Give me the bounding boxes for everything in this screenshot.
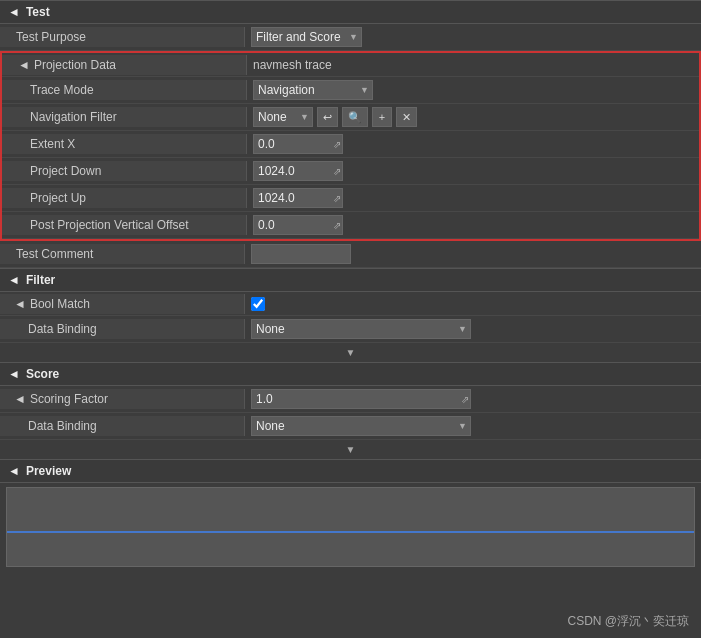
post-projection-label: Post Projection Vertical Offset [2, 215, 247, 235]
extent-x-row: Extent X ⇗ [2, 131, 699, 158]
project-down-label: Project Down [2, 161, 247, 181]
scoring-factor-text: Scoring Factor [30, 392, 108, 406]
project-down-input[interactable] [253, 161, 343, 181]
extent-x-content: ⇗ [247, 131, 699, 157]
project-up-label: Project Up [2, 188, 247, 208]
filter-expand-row[interactable]: ▼ [0, 343, 701, 362]
scoring-factor-collapse-icon[interactable]: ◄ [14, 392, 26, 406]
test-purpose-dropdown-wrap: Filter and Score Filter Only Score Only [251, 27, 362, 47]
score-data-binding-wrap: None [251, 416, 471, 436]
post-projection-expand-icon[interactable]: ⇗ [333, 220, 341, 231]
score-data-binding-label: Data Binding [0, 416, 245, 436]
extent-x-expand-icon[interactable]: ⇗ [333, 139, 341, 150]
nav-filter-search-btn[interactable]: 🔍 [342, 107, 368, 127]
panel: ◄ Test Test Purpose Filter and Score Fil… [0, 0, 701, 567]
projection-data-text: Projection Data [34, 58, 116, 72]
post-projection-input[interactable] [253, 215, 343, 235]
bool-match-text: Bool Match [30, 297, 90, 311]
scoring-factor-row: ◄ Scoring Factor ⇗ [0, 386, 701, 413]
trace-mode-select[interactable]: Navigation Geometry [253, 80, 373, 100]
preview-chart [6, 487, 695, 567]
scoring-factor-expand-icon[interactable]: ⇗ [461, 394, 469, 405]
projection-data-label[interactable]: ◄ Projection Data [2, 55, 247, 75]
bool-match-checkbox[interactable] [251, 297, 265, 311]
test-comment-row: Test Comment [0, 241, 701, 268]
project-down-input-wrap: ⇗ [253, 161, 343, 181]
score-section-label: Score [26, 367, 59, 381]
nav-filter-select[interactable]: None [253, 107, 313, 127]
bool-match-content [245, 294, 701, 314]
navigation-filter-label: Navigation Filter [2, 107, 247, 127]
projection-data-section: ◄ Projection Data navmesh trace Trace Mo… [0, 51, 701, 241]
test-comment-label: Test Comment [0, 244, 245, 264]
trace-mode-row: Trace Mode Navigation Geometry [2, 77, 699, 104]
score-expand-row[interactable]: ▼ [0, 440, 701, 459]
preview-section-label: Preview [26, 464, 71, 478]
projection-collapse-icon[interactable]: ◄ [18, 58, 30, 72]
bool-match-collapse-icon[interactable]: ◄ [14, 297, 26, 311]
filter-data-binding-label: Data Binding [0, 319, 245, 339]
trace-mode-dropdown-wrap: Navigation Geometry [253, 80, 373, 100]
score-data-binding-select[interactable]: None [251, 416, 471, 436]
test-section-header[interactable]: ◄ Test [0, 0, 701, 24]
preview-section-header[interactable]: ◄ Preview [0, 459, 701, 483]
navigation-filter-content: None ↩ 🔍 + ✕ [247, 104, 699, 130]
watermark: CSDN @浮沉丶奕迁琼 [567, 613, 689, 630]
score-expand-arrow: ▼ [346, 444, 356, 455]
preview-line [7, 531, 694, 533]
test-collapse-icon[interactable]: ◄ [8, 5, 20, 19]
test-purpose-label: Test Purpose [0, 27, 245, 47]
nav-filter-clear-btn[interactable]: ✕ [396, 107, 417, 127]
projection-data-value: navmesh trace [253, 58, 332, 72]
score-data-binding-content: None [245, 413, 701, 439]
score-data-binding-row: Data Binding None [0, 413, 701, 440]
project-up-input-wrap: ⇗ [253, 188, 343, 208]
extent-x-input-wrap: ⇗ [253, 134, 343, 154]
test-section-label: Test [26, 5, 50, 19]
project-down-content: ⇗ [247, 158, 699, 184]
project-up-row: Project Up ⇗ [2, 185, 699, 212]
test-purpose-content: Filter and Score Filter Only Score Only [245, 24, 701, 50]
projection-data-static: navmesh trace [247, 55, 699, 75]
post-projection-input-wrap: ⇗ [253, 215, 343, 235]
project-down-expand-icon[interactable]: ⇗ [333, 166, 341, 177]
filter-data-binding-content: None [245, 316, 701, 342]
test-purpose-row: Test Purpose Filter and Score Filter Onl… [0, 24, 701, 51]
bool-match-label: ◄ Bool Match [0, 294, 245, 314]
score-section-header[interactable]: ◄ Score [0, 362, 701, 386]
project-up-expand-icon[interactable]: ⇗ [333, 193, 341, 204]
test-comment-input[interactable] [251, 244, 351, 264]
scoring-factor-input[interactable] [251, 389, 471, 409]
project-down-row: Project Down ⇗ [2, 158, 699, 185]
extent-x-label: Extent X [2, 134, 247, 154]
preview-collapse-icon[interactable]: ◄ [8, 464, 20, 478]
score-collapse-icon[interactable]: ◄ [8, 367, 20, 381]
nav-filter-back-btn[interactable]: ↩ [317, 107, 338, 127]
trace-mode-label: Trace Mode [2, 80, 247, 100]
filter-collapse-icon[interactable]: ◄ [8, 273, 20, 287]
filter-expand-arrow: ▼ [346, 347, 356, 358]
scoring-factor-input-wrap: ⇗ [251, 389, 471, 409]
filter-data-binding-wrap: None [251, 319, 471, 339]
projection-data-header-row: ◄ Projection Data navmesh trace [2, 53, 699, 77]
scoring-factor-content: ⇗ [245, 386, 701, 412]
bool-match-row: ◄ Bool Match [0, 292, 701, 316]
project-up-content: ⇗ [247, 185, 699, 211]
filter-section-label: Filter [26, 273, 55, 287]
test-comment-content [245, 241, 701, 267]
post-projection-row: Post Projection Vertical Offset ⇗ [2, 212, 699, 239]
trace-mode-content: Navigation Geometry [247, 77, 699, 103]
project-up-input[interactable] [253, 188, 343, 208]
post-projection-content: ⇗ [247, 212, 699, 238]
filter-data-binding-row: Data Binding None [0, 316, 701, 343]
extent-x-input[interactable] [253, 134, 343, 154]
test-purpose-select[interactable]: Filter and Score Filter Only Score Only [251, 27, 362, 47]
main-wrapper: ◄ Test Test Purpose Filter and Score Fil… [0, 0, 701, 638]
scoring-factor-label: ◄ Scoring Factor [0, 389, 245, 409]
filter-section-header[interactable]: ◄ Filter [0, 268, 701, 292]
nav-filter-add-btn[interactable]: + [372, 107, 392, 127]
nav-filter-dropdown-wrap: None [253, 107, 313, 127]
navigation-filter-row: Navigation Filter None ↩ 🔍 + ✕ [2, 104, 699, 131]
filter-data-binding-select[interactable]: None [251, 319, 471, 339]
